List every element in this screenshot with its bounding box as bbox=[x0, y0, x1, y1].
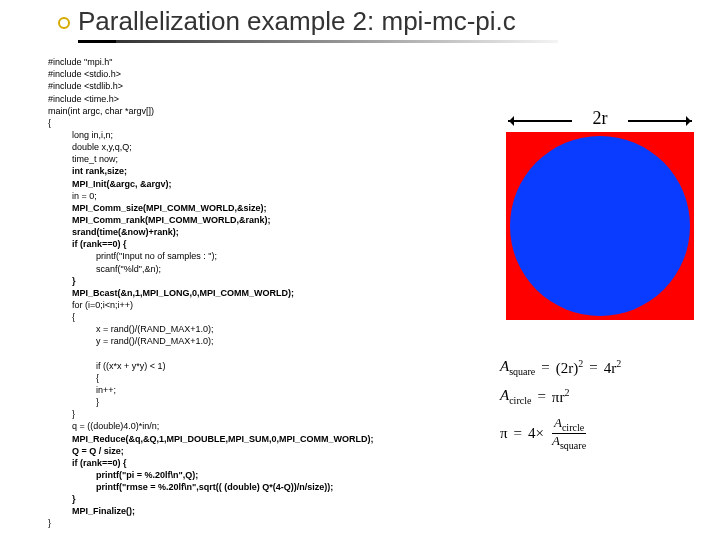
arrow-left-icon bbox=[508, 120, 572, 122]
code-line: int rank,size; bbox=[72, 166, 127, 176]
sym: A bbox=[500, 387, 509, 403]
code-line: MPI_Init(&argc, &argv); bbox=[72, 179, 172, 189]
sym: π bbox=[500, 425, 508, 442]
sup: 2 bbox=[616, 358, 621, 369]
monte-carlo-figure bbox=[506, 132, 694, 320]
title-bullet-icon bbox=[58, 17, 70, 29]
code-line: scanf("%ld",&n); bbox=[96, 263, 374, 275]
code-line: printf("pi = %.20lf\n",Q); bbox=[96, 470, 198, 480]
sub: square bbox=[560, 439, 586, 450]
code-line: } bbox=[96, 396, 374, 408]
code-line: } bbox=[72, 408, 374, 420]
inscribed-circle bbox=[510, 136, 690, 316]
formula-area-circle: Acircle = πr2 bbox=[500, 387, 700, 406]
formula-pi: π = 4× Acircle Asquare bbox=[500, 416, 700, 450]
code-line: srand(time(&now)+rank); bbox=[72, 227, 179, 237]
code-line: in++; bbox=[96, 384, 374, 396]
code-line: MPI_Comm_size(MPI_COMM_WORLD,&size); bbox=[72, 203, 267, 213]
code-line: MPI_Comm_rank(MPI_COMM_WORLD,&rank); bbox=[72, 215, 271, 225]
code-line: y = rand()/(RAND_MAX+1.0); bbox=[96, 335, 374, 347]
code-line: { bbox=[96, 372, 374, 384]
formula-area-square: Asquare = (2r)2 = 4r2 bbox=[500, 358, 700, 377]
code-line: in = 0; bbox=[72, 190, 374, 202]
code-line: time_t now; bbox=[72, 153, 374, 165]
formula-block: Asquare = (2r)2 = 4r2 Acircle = πr2 π = … bbox=[500, 358, 700, 460]
sym: πr bbox=[552, 389, 565, 405]
sym: = bbox=[589, 359, 597, 376]
code-line: long in,i,n; bbox=[72, 129, 374, 141]
sym: = bbox=[537, 388, 545, 405]
sym: 4r bbox=[604, 360, 617, 376]
code-line: main(int argc, char *argv[]) bbox=[48, 106, 154, 116]
code-line: { bbox=[72, 311, 374, 323]
code-line: MPI_Reduce(&q,&Q,1,MPI_DOUBLE,MPI_SUM,0,… bbox=[72, 434, 374, 444]
code-line: #include <stdlib.h> bbox=[48, 81, 123, 91]
slide: Parallelization example 2: mpi-mc-pi.c #… bbox=[0, 0, 720, 540]
slide-title: Parallelization example 2: mpi-mc-pi.c bbox=[78, 6, 516, 37]
sym: = bbox=[514, 425, 522, 442]
radius-dimension: 2r bbox=[506, 108, 694, 132]
sup: 2 bbox=[564, 387, 569, 398]
code-line: } bbox=[48, 518, 51, 528]
sym: 4× bbox=[528, 425, 544, 442]
code-line: MPI_Bcast(&n,1,MPI_LONG,0,MPI_COMM_WORLD… bbox=[72, 288, 294, 298]
code-line: q = ((double)4.0)*in/n; bbox=[72, 420, 374, 432]
code-line: printf("Input no of samples : "); bbox=[96, 250, 374, 262]
code-line: } bbox=[72, 276, 76, 286]
sym: A bbox=[500, 358, 509, 374]
code-line: Q = Q / size; bbox=[72, 446, 124, 456]
code-line: #include "mpi.h" bbox=[48, 57, 112, 67]
code-line: #include <time.h> bbox=[48, 94, 119, 104]
code-line: double x,y,q,Q; bbox=[72, 141, 374, 153]
sym: A bbox=[554, 415, 562, 430]
sup: 2 bbox=[578, 358, 583, 369]
code-line: if (rank==0) { bbox=[72, 239, 127, 249]
title-underline bbox=[78, 40, 558, 43]
sub: square bbox=[509, 366, 535, 377]
radius-label: 2r bbox=[593, 108, 608, 129]
code-line: x = rand()/(RAND_MAX+1.0); bbox=[96, 323, 374, 335]
sym: = bbox=[541, 359, 549, 376]
sym: A bbox=[552, 433, 560, 448]
sub: circle bbox=[509, 395, 531, 406]
fraction: Acircle Asquare bbox=[550, 416, 588, 450]
sub: circle bbox=[562, 422, 584, 433]
code-line: if (rank==0) { bbox=[72, 458, 127, 468]
arrow-right-icon bbox=[628, 120, 692, 122]
code-block: #include "mpi.h" #include <stdio.h> #inc… bbox=[48, 44, 374, 530]
bounding-square bbox=[506, 132, 694, 320]
code-line: if ((x*x + y*y) < 1) bbox=[96, 360, 374, 372]
code-line: for (i=0;i<n;i++) bbox=[72, 299, 374, 311]
code-line: printf("rmse = %.20lf\n",sqrt(( (double)… bbox=[96, 482, 333, 492]
sym: (2r) bbox=[556, 360, 579, 376]
code-line: #include <stdio.h> bbox=[48, 69, 121, 79]
code-line: MPI_Finalize(); bbox=[72, 506, 135, 516]
code-line: } bbox=[72, 494, 76, 504]
code-line: { bbox=[48, 118, 51, 128]
